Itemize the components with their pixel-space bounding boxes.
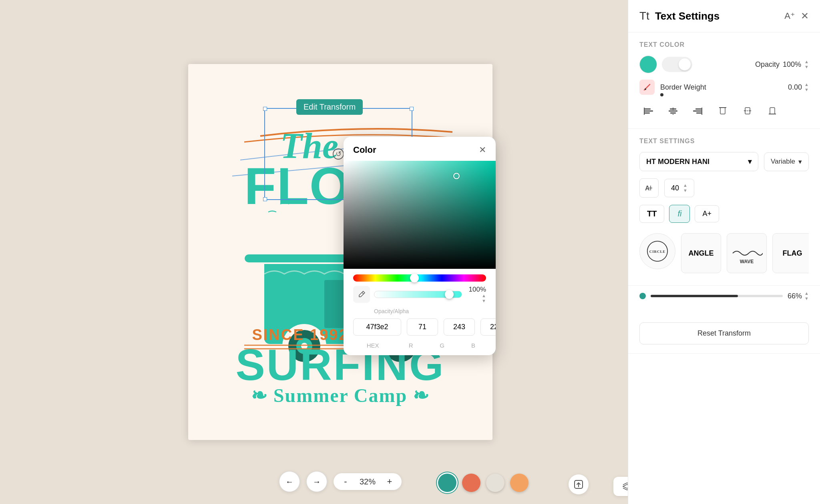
opacity-down[interactable]: ▼ — [804, 65, 809, 69]
svg-rect-47 — [693, 110, 702, 112]
r-input-group — [407, 318, 438, 336]
zoom-in-icon: + — [387, 476, 392, 486]
opacity-label: Opacity — [755, 60, 780, 69]
font-thumb-flag[interactable]: FLAG — [772, 233, 809, 273]
border-dot — [660, 93, 663, 96]
panel-header: Tt Text Settings A⁺ ✕ — [628, 0, 820, 32]
hex-label: HEX — [353, 342, 392, 349]
b-input-group — [480, 318, 496, 336]
swatch-yellow[interactable] — [510, 474, 529, 492]
opacity-track — [374, 291, 462, 298]
panel-opacity-up[interactable]: ▲ — [804, 291, 809, 296]
forward-button[interactable]: → — [306, 471, 327, 492]
color-swatches-bar — [438, 474, 529, 492]
zoom-value[interactable]: 32% — [358, 477, 378, 486]
font-thumb-circle[interactable]: CIRCLE — [639, 233, 675, 269]
opacity-handle[interactable] — [445, 290, 454, 299]
color-gradient-area[interactable] — [344, 161, 496, 269]
color-picker-popup: Color ✕ 100% ▲ ▼ O — [344, 137, 496, 355]
border-row: Border Weight 0.00 ▲ ▼ — [639, 80, 809, 95]
border-value-wrap: 0.00 ▲ ▼ — [788, 82, 809, 92]
align-bottom-button[interactable] — [764, 102, 781, 120]
opacity-down-arrow[interactable]: ▼ — [466, 299, 486, 303]
align-right-button[interactable] — [689, 102, 707, 120]
panel-opacity-down[interactable]: ▼ — [804, 296, 809, 301]
hue-handle[interactable] — [410, 274, 419, 282]
tooltip-label: Edit Transform — [303, 102, 356, 111]
back-icon: ← — [285, 477, 293, 486]
zoom-out-icon: - — [344, 476, 347, 486]
panel-opacity-value: 66% ▲ ▼ — [788, 291, 809, 301]
font-thumb-angle[interactable]: ANGLE — [681, 233, 721, 273]
text-color-row: Opacity 100% ▲ ▼ — [639, 56, 809, 73]
font-size-box[interactable]: 40 ▲ ▼ — [664, 179, 694, 197]
color-toggle[interactable] — [662, 57, 692, 72]
align-left-button[interactable] — [639, 102, 657, 120]
swatch-orange[interactable] — [462, 474, 480, 492]
back-button[interactable]: ← — [279, 471, 300, 492]
align-top-button[interactable] — [714, 102, 732, 120]
size-icon-btn: A — [639, 178, 659, 198]
font-name-label: HT MODERN HANI — [646, 158, 709, 166]
opacity-fill — [651, 295, 738, 297]
edit-transform-tooltip[interactable]: Edit Transform — [296, 99, 363, 115]
opacity-up[interactable]: ▲ — [804, 60, 809, 64]
text-color-label: TEXT COLOR — [639, 41, 809, 48]
color-picker-close-button[interactable]: ✕ — [479, 145, 486, 155]
color-toggle-knob — [679, 58, 691, 70]
swatch-beige[interactable] — [486, 474, 504, 492]
align-center-button[interactable] — [664, 102, 682, 120]
svg-rect-40 — [644, 112, 650, 114]
svg-rect-48 — [696, 112, 702, 114]
alignment-row — [639, 102, 809, 120]
ai-button[interactable]: A⁺ — [784, 11, 795, 21]
pipette-button[interactable] — [353, 286, 370, 303]
text-settings-label: TEXT SETTINGS — [639, 138, 809, 145]
bold-button[interactable]: TT — [639, 205, 664, 223]
opacity-alpha-label: Opacity/Alpha — [364, 307, 496, 315]
svg-line-35 — [362, 292, 364, 294]
panel-close-button[interactable]: ✕ — [801, 10, 809, 22]
border-label-wrap: Border Weight — [660, 83, 782, 92]
export-button[interactable] — [569, 474, 589, 494]
text-color-section: TEXT COLOR Opacity 100% ▲ ▼ — [628, 32, 820, 129]
border-icon — [639, 80, 655, 95]
zoom-in-button[interactable]: + — [384, 476, 395, 487]
font-thumb-wave[interactable]: WAVE — [727, 233, 767, 273]
r-label: R — [398, 342, 424, 349]
b-input[interactable] — [480, 318, 496, 336]
border-weight-label: Border Weight — [660, 83, 706, 91]
font-thumbs-row: CIRCLE ANGLE WAVE FLAG — [639, 230, 809, 276]
opacity-bar[interactable] — [651, 295, 783, 297]
zoom-out-button[interactable]: - — [340, 476, 351, 487]
opacity-up-arrow[interactable]: ▲ — [466, 294, 486, 298]
swatch-teal[interactable] — [438, 474, 456, 492]
font-select-button[interactable]: HT MODERN HANI ▾ — [639, 152, 758, 171]
forward-icon: → — [313, 477, 321, 486]
fi-ligature-button[interactable]: fi — [669, 205, 690, 223]
color-picker-title: Color — [353, 145, 376, 155]
g-input[interactable] — [444, 318, 475, 336]
text-color-swatch[interactable] — [639, 56, 657, 73]
ai-enhance-button[interactable]: A+ — [695, 205, 719, 222]
r-input[interactable] — [407, 318, 438, 336]
svg-text:WAVE: WAVE — [740, 259, 754, 264]
reset-transform-button[interactable]: Reset Transform — [639, 322, 809, 344]
border-up[interactable]: ▲ — [804, 82, 809, 87]
hex-row — [344, 315, 496, 342]
svg-rect-54 — [770, 108, 775, 114]
input-labels-row: HEX R G B — [344, 342, 496, 355]
hue-slider[interactable] — [353, 274, 486, 282]
size-down[interactable]: ▼ — [683, 188, 687, 193]
size-row: A 40 ▲ ▼ — [639, 178, 809, 198]
align-middle-button[interactable] — [739, 102, 756, 120]
opacity-row: Opacity 100% ▲ ▼ — [755, 60, 809, 69]
gradient-handle[interactable] — [453, 173, 460, 179]
opacity-slider[interactable] — [374, 291, 462, 298]
right-panel: Tt Text Settings A⁺ ✕ TEXT COLOR Opacity… — [628, 0, 820, 504]
size-up[interactable]: ▲ — [683, 183, 687, 188]
border-down[interactable]: ▼ — [804, 88, 809, 92]
hex-input[interactable] — [353, 318, 401, 336]
font-variable-select[interactable]: Variable ▾ — [764, 152, 809, 171]
panel-content: Tt Text Settings A⁺ ✕ TEXT COLOR Opacity… — [628, 0, 820, 504]
